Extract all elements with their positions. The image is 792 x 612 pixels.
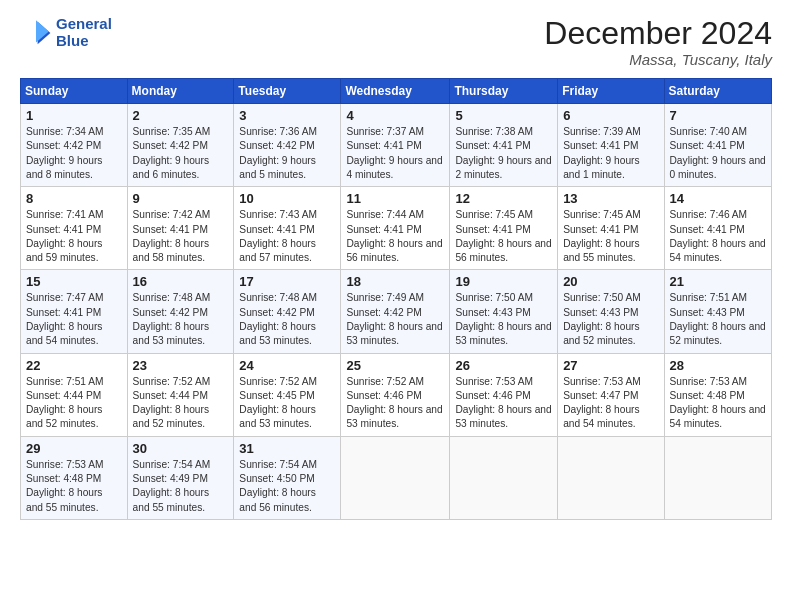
calendar-cell: 26Sunrise: 7:53 AMSunset: 4:46 PMDayligh… bbox=[450, 353, 558, 436]
calendar-cell: 7Sunrise: 7:40 AMSunset: 4:41 PMDaylight… bbox=[664, 104, 771, 187]
day-number: 6 bbox=[563, 108, 658, 123]
calendar-cell: 4Sunrise: 7:37 AMSunset: 4:41 PMDaylight… bbox=[341, 104, 450, 187]
weekday-header-friday: Friday bbox=[558, 79, 664, 104]
calendar-cell: 15Sunrise: 7:47 AMSunset: 4:41 PMDayligh… bbox=[21, 270, 128, 353]
day-info: Sunrise: 7:51 AMSunset: 4:44 PMDaylight:… bbox=[26, 375, 122, 432]
day-info: Sunrise: 7:34 AMSunset: 4:42 PMDaylight:… bbox=[26, 125, 122, 182]
day-number: 2 bbox=[133, 108, 229, 123]
day-number: 7 bbox=[670, 108, 766, 123]
calendar-cell: 9Sunrise: 7:42 AMSunset: 4:41 PMDaylight… bbox=[127, 187, 234, 270]
day-info: Sunrise: 7:51 AMSunset: 4:43 PMDaylight:… bbox=[670, 291, 766, 348]
calendar-cell: 3Sunrise: 7:36 AMSunset: 4:42 PMDaylight… bbox=[234, 104, 341, 187]
day-number: 12 bbox=[455, 191, 552, 206]
day-number: 20 bbox=[563, 274, 658, 289]
calendar-cell: 21Sunrise: 7:51 AMSunset: 4:43 PMDayligh… bbox=[664, 270, 771, 353]
day-number: 22 bbox=[26, 358, 122, 373]
day-number: 5 bbox=[455, 108, 552, 123]
day-number: 28 bbox=[670, 358, 766, 373]
day-number: 3 bbox=[239, 108, 335, 123]
title-block: December 2024 Massa, Tuscany, Italy bbox=[544, 16, 772, 68]
calendar-week-4: 22Sunrise: 7:51 AMSunset: 4:44 PMDayligh… bbox=[21, 353, 772, 436]
day-info: Sunrise: 7:53 AMSunset: 4:46 PMDaylight:… bbox=[455, 375, 552, 432]
day-number: 16 bbox=[133, 274, 229, 289]
day-number: 8 bbox=[26, 191, 122, 206]
day-info: Sunrise: 7:39 AMSunset: 4:41 PMDaylight:… bbox=[563, 125, 658, 182]
calendar-week-2: 8Sunrise: 7:41 AMSunset: 4:41 PMDaylight… bbox=[21, 187, 772, 270]
calendar-cell: 1Sunrise: 7:34 AMSunset: 4:42 PMDaylight… bbox=[21, 104, 128, 187]
header: General Blue December 2024 Massa, Tuscan… bbox=[20, 16, 772, 68]
calendar-cell: 28Sunrise: 7:53 AMSunset: 4:48 PMDayligh… bbox=[664, 353, 771, 436]
weekday-row: SundayMondayTuesdayWednesdayThursdayFrid… bbox=[21, 79, 772, 104]
calendar-week-3: 15Sunrise: 7:47 AMSunset: 4:41 PMDayligh… bbox=[21, 270, 772, 353]
calendar-cell: 2Sunrise: 7:35 AMSunset: 4:42 PMDaylight… bbox=[127, 104, 234, 187]
day-number: 1 bbox=[26, 108, 122, 123]
day-info: Sunrise: 7:36 AMSunset: 4:42 PMDaylight:… bbox=[239, 125, 335, 182]
weekday-header-sunday: Sunday bbox=[21, 79, 128, 104]
day-info: Sunrise: 7:52 AMSunset: 4:46 PMDaylight:… bbox=[346, 375, 444, 432]
calendar-week-1: 1Sunrise: 7:34 AMSunset: 4:42 PMDaylight… bbox=[21, 104, 772, 187]
day-number: 31 bbox=[239, 441, 335, 456]
day-info: Sunrise: 7:45 AMSunset: 4:41 PMDaylight:… bbox=[455, 208, 552, 265]
calendar-cell: 19Sunrise: 7:50 AMSunset: 4:43 PMDayligh… bbox=[450, 270, 558, 353]
day-info: Sunrise: 7:44 AMSunset: 4:41 PMDaylight:… bbox=[346, 208, 444, 265]
calendar-cell: 20Sunrise: 7:50 AMSunset: 4:43 PMDayligh… bbox=[558, 270, 664, 353]
weekday-header-saturday: Saturday bbox=[664, 79, 771, 104]
day-number: 11 bbox=[346, 191, 444, 206]
calendar-cell: 14Sunrise: 7:46 AMSunset: 4:41 PMDayligh… bbox=[664, 187, 771, 270]
day-number: 27 bbox=[563, 358, 658, 373]
day-info: Sunrise: 7:53 AMSunset: 4:48 PMDaylight:… bbox=[670, 375, 766, 432]
calendar-cell: 13Sunrise: 7:45 AMSunset: 4:41 PMDayligh… bbox=[558, 187, 664, 270]
day-info: Sunrise: 7:43 AMSunset: 4:41 PMDaylight:… bbox=[239, 208, 335, 265]
day-number: 30 bbox=[133, 441, 229, 456]
day-info: Sunrise: 7:46 AMSunset: 4:41 PMDaylight:… bbox=[670, 208, 766, 265]
calendar-cell bbox=[341, 436, 450, 519]
calendar-cell: 16Sunrise: 7:48 AMSunset: 4:42 PMDayligh… bbox=[127, 270, 234, 353]
day-info: Sunrise: 7:47 AMSunset: 4:41 PMDaylight:… bbox=[26, 291, 122, 348]
calendar-cell: 18Sunrise: 7:49 AMSunset: 4:42 PMDayligh… bbox=[341, 270, 450, 353]
day-info: Sunrise: 7:35 AMSunset: 4:42 PMDaylight:… bbox=[133, 125, 229, 182]
day-number: 25 bbox=[346, 358, 444, 373]
day-info: Sunrise: 7:54 AMSunset: 4:49 PMDaylight:… bbox=[133, 458, 229, 515]
calendar-cell: 23Sunrise: 7:52 AMSunset: 4:44 PMDayligh… bbox=[127, 353, 234, 436]
day-number: 29 bbox=[26, 441, 122, 456]
weekday-header-monday: Monday bbox=[127, 79, 234, 104]
day-number: 10 bbox=[239, 191, 335, 206]
calendar-cell: 12Sunrise: 7:45 AMSunset: 4:41 PMDayligh… bbox=[450, 187, 558, 270]
day-number: 9 bbox=[133, 191, 229, 206]
calendar-cell bbox=[450, 436, 558, 519]
day-number: 17 bbox=[239, 274, 335, 289]
calendar-cell bbox=[664, 436, 771, 519]
logo-icon bbox=[20, 17, 52, 49]
day-info: Sunrise: 7:48 AMSunset: 4:42 PMDaylight:… bbox=[239, 291, 335, 348]
day-number: 21 bbox=[670, 274, 766, 289]
day-info: Sunrise: 7:52 AMSunset: 4:44 PMDaylight:… bbox=[133, 375, 229, 432]
day-number: 15 bbox=[26, 274, 122, 289]
day-number: 24 bbox=[239, 358, 335, 373]
calendar-cell: 6Sunrise: 7:39 AMSunset: 4:41 PMDaylight… bbox=[558, 104, 664, 187]
day-number: 13 bbox=[563, 191, 658, 206]
calendar-cell bbox=[558, 436, 664, 519]
day-info: Sunrise: 7:50 AMSunset: 4:43 PMDaylight:… bbox=[563, 291, 658, 348]
day-info: Sunrise: 7:42 AMSunset: 4:41 PMDaylight:… bbox=[133, 208, 229, 265]
calendar-cell: 5Sunrise: 7:38 AMSunset: 4:41 PMDaylight… bbox=[450, 104, 558, 187]
calendar-cell: 27Sunrise: 7:53 AMSunset: 4:47 PMDayligh… bbox=[558, 353, 664, 436]
calendar-cell: 10Sunrise: 7:43 AMSunset: 4:41 PMDayligh… bbox=[234, 187, 341, 270]
day-info: Sunrise: 7:45 AMSunset: 4:41 PMDaylight:… bbox=[563, 208, 658, 265]
calendar-table: SundayMondayTuesdayWednesdayThursdayFrid… bbox=[20, 78, 772, 520]
day-info: Sunrise: 7:37 AMSunset: 4:41 PMDaylight:… bbox=[346, 125, 444, 182]
location: Massa, Tuscany, Italy bbox=[544, 51, 772, 68]
logo-text: General Blue bbox=[56, 16, 112, 49]
day-info: Sunrise: 7:41 AMSunset: 4:41 PMDaylight:… bbox=[26, 208, 122, 265]
calendar-cell: 31Sunrise: 7:54 AMSunset: 4:50 PMDayligh… bbox=[234, 436, 341, 519]
day-info: Sunrise: 7:38 AMSunset: 4:41 PMDaylight:… bbox=[455, 125, 552, 182]
logo: General Blue bbox=[20, 16, 112, 49]
day-info: Sunrise: 7:50 AMSunset: 4:43 PMDaylight:… bbox=[455, 291, 552, 348]
page: General Blue December 2024 Massa, Tuscan… bbox=[0, 0, 792, 612]
day-info: Sunrise: 7:54 AMSunset: 4:50 PMDaylight:… bbox=[239, 458, 335, 515]
day-number: 23 bbox=[133, 358, 229, 373]
calendar-cell: 11Sunrise: 7:44 AMSunset: 4:41 PMDayligh… bbox=[341, 187, 450, 270]
weekday-header-tuesday: Tuesday bbox=[234, 79, 341, 104]
calendar-cell: 22Sunrise: 7:51 AMSunset: 4:44 PMDayligh… bbox=[21, 353, 128, 436]
day-info: Sunrise: 7:53 AMSunset: 4:48 PMDaylight:… bbox=[26, 458, 122, 515]
day-info: Sunrise: 7:48 AMSunset: 4:42 PMDaylight:… bbox=[133, 291, 229, 348]
